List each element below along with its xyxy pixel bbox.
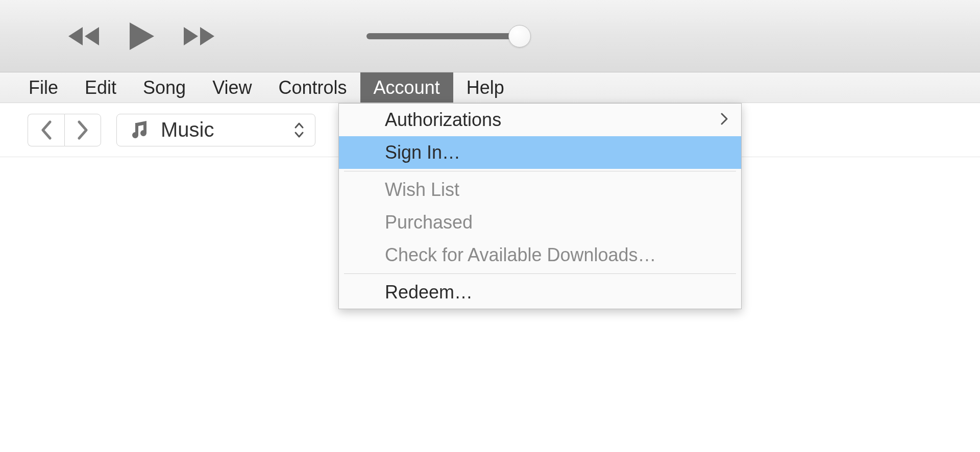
menuitem-label: Purchased [385, 212, 473, 233]
play-icon [126, 20, 157, 52]
progress-track [366, 33, 520, 39]
rewind-icon [66, 24, 104, 48]
chevron-right-icon [720, 109, 729, 131]
up-down-chevron-icon [293, 121, 305, 139]
fast-forward-icon [179, 24, 216, 48]
menu-view[interactable]: View [199, 72, 265, 103]
menuitem-label: Redeem… [385, 282, 473, 303]
player-bar [0, 0, 980, 72]
menuitem-wish-list: Wish List [339, 173, 741, 206]
chevron-right-icon [76, 120, 89, 140]
menuitem-label: Check for Available Downloads… [385, 244, 656, 266]
menu-song[interactable]: Song [130, 72, 199, 103]
menuitem-check-downloads: Check for Available Downloads… [339, 239, 741, 271]
account-dropdown: Authorizations Sign In… Wish List Purcha… [338, 103, 742, 309]
menu-help[interactable]: Help [453, 72, 518, 103]
library-picker-label: Music [161, 118, 214, 141]
music-note-icon [129, 120, 150, 140]
nav-buttons [28, 114, 101, 146]
menuitem-label: Authorizations [385, 109, 501, 131]
svg-marker-2 [130, 22, 154, 50]
menu-separator [344, 171, 736, 171]
nav-back-button[interactable] [28, 114, 64, 146]
menuitem-label: Wish List [385, 179, 459, 200]
menu-bar: File Edit Song View Controls Account Hel… [0, 72, 980, 103]
menuitem-label: Sign In… [385, 142, 460, 163]
progress-thumb[interactable] [508, 25, 531, 47]
menu-file[interactable]: File [15, 72, 71, 103]
menu-account[interactable]: Account [360, 72, 453, 103]
chevron-left-icon [40, 120, 53, 140]
play-button[interactable] [126, 20, 157, 52]
menuitem-purchased: Purchased [339, 206, 741, 239]
menu-edit[interactable]: Edit [71, 72, 130, 103]
playback-controls [66, 20, 216, 52]
menu-separator [344, 273, 736, 274]
library-picker[interactable]: Music [116, 114, 315, 146]
menuitem-sign-in[interactable]: Sign In… [339, 136, 741, 169]
previous-button[interactable] [66, 24, 104, 48]
svg-marker-1 [68, 27, 83, 45]
progress-slider[interactable] [366, 33, 520, 39]
menuitem-authorizations[interactable]: Authorizations [339, 104, 741, 136]
svg-marker-0 [85, 27, 99, 45]
menuitem-redeem[interactable]: Redeem… [339, 276, 741, 309]
nav-forward-button[interactable] [64, 114, 101, 146]
next-button[interactable] [179, 24, 216, 48]
svg-marker-3 [184, 27, 198, 45]
menu-controls[interactable]: Controls [265, 72, 360, 103]
svg-marker-4 [200, 27, 214, 45]
